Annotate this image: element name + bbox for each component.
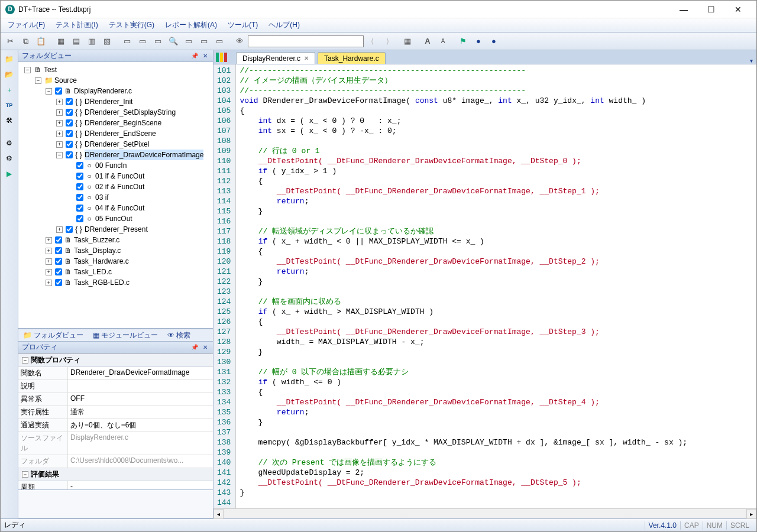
prop-row[interactable]: 周期- [18, 481, 213, 489]
tree-file-taskdisplay[interactable]: Task_Display.c [74, 245, 121, 256]
expand-icon[interactable]: − [56, 152, 63, 158]
expand-icon[interactable]: + [56, 226, 63, 233]
tree-checkbox[interactable] [66, 109, 73, 116]
tree-func-setdisp[interactable]: DRenderer_SetDisplayString [85, 107, 176, 118]
tb-btn-5[interactable]: ▭ [120, 34, 134, 48]
collapse-icon[interactable]: − [22, 357, 28, 364]
palette-icon[interactable]: ▦ [400, 34, 415, 48]
editor-tab-active[interactable]: DisplayRenderer.c✕ [236, 52, 315, 64]
tree-func-present[interactable]: DRenderer_Present [85, 224, 148, 235]
tree-checkbox[interactable] [55, 279, 62, 286]
tree-step-3[interactable]: 03 if [95, 192, 109, 203]
tree-checkbox[interactable] [55, 258, 62, 265]
marker1-icon[interactable]: ⚑ [456, 34, 470, 48]
prop-row[interactable]: ソースファイルDisplayRenderer.c [18, 432, 213, 455]
search-input[interactable] [248, 35, 364, 47]
prop-cat-eval[interactable]: −評価結果 [18, 468, 213, 481]
search-prev-icon[interactable]: ⟨ [365, 34, 379, 48]
pin-icon[interactable]: 📌 [190, 343, 199, 352]
tree-checkbox[interactable] [76, 162, 83, 169]
tb-btn-10[interactable]: ▭ [197, 34, 211, 48]
prop-row[interactable]: 通過実績あり=0個、なし=6個 [18, 419, 213, 432]
expand-icon[interactable]: + [56, 99, 63, 105]
expand-icon[interactable]: + [46, 237, 52, 244]
lb-folder1-icon[interactable]: 📁 [3, 53, 16, 66]
tree-checkbox[interactable] [76, 205, 83, 212]
tb-btn-8[interactable]: 🔍 [166, 34, 180, 48]
scroll-left-icon[interactable]: ◂ [213, 509, 224, 519]
grid2-icon[interactable]: ▤ [69, 34, 83, 48]
font-small-icon[interactable]: A [436, 34, 450, 48]
tree-step-5[interactable]: 05 FuncOut [95, 213, 132, 224]
tree-checkbox[interactable] [66, 151, 73, 158]
tree-checkbox[interactable] [66, 141, 73, 148]
grid4-icon[interactable]: ▧ [100, 34, 114, 48]
minimize-button[interactable]: — [670, 1, 697, 18]
tree-func-begin[interactable]: DRenderer_BeginScene [85, 118, 161, 128]
lb-tools-icon[interactable]: 🛠 [3, 114, 16, 127]
collapse-icon[interactable]: − [22, 471, 28, 478]
expand-icon[interactable]: + [56, 120, 63, 126]
expand-icon[interactable]: + [46, 258, 52, 265]
font-large-icon[interactable]: A [420, 34, 435, 48]
tree-checkbox[interactable] [76, 194, 83, 201]
tree-step-2[interactable]: 02 if & FuncOut [95, 181, 144, 192]
tree-checkbox[interactable] [55, 87, 62, 95]
tree-checkbox[interactable] [55, 268, 62, 275]
expand-icon[interactable]: + [46, 269, 52, 275]
binoculars-icon[interactable]: 👁 [232, 34, 247, 48]
expand-icon[interactable]: − [46, 88, 52, 95]
lb-run-icon[interactable]: ▶ [3, 167, 16, 180]
close-button[interactable]: ✕ [724, 1, 752, 18]
expand-icon[interactable]: − [24, 67, 31, 73]
menu-run[interactable]: テスト実行(G) [104, 19, 159, 31]
tab-close-icon[interactable]: ✕ [304, 55, 309, 61]
expand-icon[interactable]: + [56, 131, 63, 137]
panel-close-icon[interactable]: ✕ [201, 52, 209, 60]
tab-module-view[interactable]: ▦モジュールビュー [90, 330, 160, 341]
expand-icon[interactable]: + [46, 248, 52, 254]
prop-cat-func[interactable]: −関数プロパティ [18, 354, 213, 367]
menu-help[interactable]: ヘルプ(H) [264, 19, 305, 31]
expand-icon[interactable]: + [56, 109, 63, 116]
tree-checkbox[interactable] [55, 247, 62, 254]
tree-checkbox[interactable] [55, 236, 62, 244]
panel-close-icon[interactable]: ✕ [201, 343, 209, 352]
tree-checkbox[interactable] [66, 130, 73, 137]
folder-tree[interactable]: −🗎Test −📁Source −🗎DisplayRenderer.c +{ }… [18, 62, 213, 329]
tree-func-setpx[interactable]: DRenderer_SetPixel [85, 139, 149, 150]
grid3-icon[interactable]: ▥ [85, 34, 99, 48]
copy-icon[interactable]: ⧉ [18, 34, 33, 48]
tree-checkbox[interactable] [76, 183, 83, 190]
pin-icon[interactable]: 📌 [190, 52, 199, 60]
menu-file[interactable]: ファイル(F) [3, 19, 50, 31]
prop-row[interactable]: 説明 [18, 380, 213, 393]
tb-btn-11[interactable]: ▭ [212, 34, 227, 48]
tb-btn-6[interactable]: ▭ [135, 34, 150, 48]
cut-icon[interactable]: ✂ [3, 34, 17, 48]
tree-source[interactable]: Source [54, 75, 77, 86]
prop-row[interactable]: フォルダC:\Users\hldc0008\Documents\wo... [18, 455, 213, 468]
tree-file-buzzer[interactable]: Task_Buzzer.c [74, 235, 119, 245]
lb-folder2-icon[interactable]: 📂 [3, 68, 16, 81]
tree-file-hardware[interactable]: Task_Hardware.c [74, 256, 129, 267]
tree-step-0[interactable]: 00 FuncIn [95, 160, 127, 171]
marker2-icon[interactable]: ● [471, 34, 486, 48]
expand-icon[interactable]: + [56, 141, 63, 148]
lb-addfile-icon[interactable]: ＋ [3, 83, 16, 96]
code-lines[interactable]: //--------------------------------------… [236, 64, 756, 508]
editor-tab-inactive[interactable]: Task_Hardware.c [318, 52, 386, 64]
menu-report[interactable]: レポート解析(A) [160, 19, 222, 31]
prop-row[interactable]: 実行属性通常 [18, 406, 213, 419]
menu-tools[interactable]: ツール(T) [223, 19, 263, 31]
prop-row[interactable]: 関数名DRenderer_DrawDeviceFormatImage [18, 367, 213, 380]
prop-row[interactable]: 異常系OFF [18, 393, 213, 406]
tree-file-display[interactable]: DisplayRenderer.c [74, 86, 132, 96]
tree-file-led[interactable]: Task_LED.c [74, 267, 112, 277]
lb-gear1-icon[interactable]: ⚙ [3, 137, 16, 150]
tree-step-1[interactable]: 01 if & FuncOut [95, 171, 144, 181]
expand-icon[interactable]: − [35, 77, 41, 84]
tb-btn-7[interactable]: ▭ [151, 34, 165, 48]
tab-search[interactable]: 👁検索 [165, 330, 193, 341]
tree-func-init[interactable]: DRenderer_Init [85, 96, 132, 107]
